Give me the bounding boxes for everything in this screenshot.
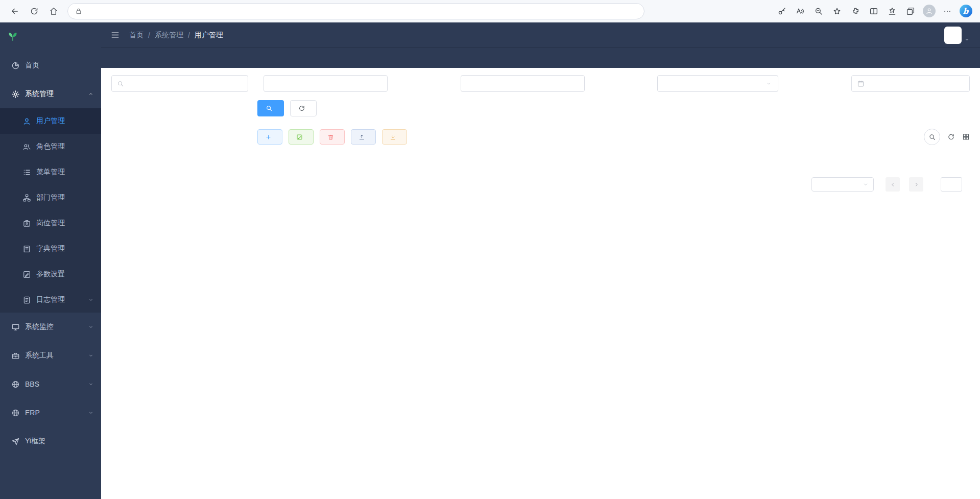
dashboard-icon [11,61,20,70]
download-icon [390,134,396,140]
topbar: 首页/系统管理/用户管理 [101,22,980,47]
page-size-select[interactable] [811,177,874,192]
sidebar-menu: 首页 系统管理 用户管理 角色管理 菜单管理 部门管理 岗位管理 字典管理 [0,51,101,499]
org-icon [22,194,31,202]
refresh-icon [298,105,305,112]
dept-search-input[interactable] [128,80,243,87]
sidebar-item-dept[interactable]: 部门管理 [0,185,101,210]
sidebar-item-bbs[interactable]: BBS [0,370,101,398]
back-button[interactable] [6,3,23,20]
username-input[interactable] [270,80,381,87]
import-button[interactable] [351,129,376,145]
browser-toolbar: b [774,3,974,19]
dept-panel [111,75,248,499]
users-icon [22,142,31,151]
calendar-icon [857,80,865,87]
chevron-down-icon [88,324,94,330]
sidebar-item-role[interactable]: 角色管理 [0,134,101,159]
sidebar-item-post[interactable]: 岗位管理 [0,210,101,236]
log-icon [22,296,31,304]
sidebar-item-system[interactable]: 系统管理 [0,80,101,108]
breadcrumb-item[interactable]: 首页 [129,31,144,40]
profile-avatar-icon[interactable] [921,3,937,19]
chevron-up-icon [88,91,94,97]
app-logo [0,22,101,51]
edit-square-icon [22,270,31,279]
search-icon [266,105,273,112]
globe-icon [11,380,20,389]
chevron-left-icon [890,181,896,188]
split-screen-icon[interactable] [866,3,882,19]
avatar-logo [944,27,962,44]
address-bar[interactable] [67,3,644,19]
read-aloud-icon[interactable] [792,3,808,19]
refresh-button[interactable] [26,3,43,20]
chevron-down-icon [88,381,94,387]
sidebar-item-menu[interactable]: 菜单管理 [0,159,101,185]
date-range-picker[interactable] [851,75,970,92]
book-icon [22,245,31,253]
favorites-bar-icon[interactable] [884,3,900,19]
chevron-down-icon [88,352,94,359]
search-button[interactable] [257,100,284,116]
add-button[interactable] [257,129,282,145]
badge-icon [22,219,31,228]
chevron-right-icon [913,181,920,188]
edit-button[interactable] [289,129,314,145]
sidebar-item-user[interactable]: 用户管理 [0,108,101,134]
search-actions [257,100,970,116]
zoom-out-icon[interactable] [810,3,827,19]
column-settings-button[interactable] [962,133,970,141]
sidebar-item-home[interactable]: 首页 [0,51,101,80]
avatar-menu-caret-icon [964,37,970,42]
collapse-sidebar-button[interactable] [110,30,120,40]
more-dots-icon[interactable] [939,3,955,19]
delete-button[interactable] [320,129,345,145]
sidebar-item-log[interactable]: 日志管理 [0,287,101,313]
sidebar-item-param[interactable]: 参数设置 [0,262,101,287]
plus-icon [265,134,272,140]
sidebar-item-monitor[interactable]: 系统监控 [0,313,101,341]
breadcrumb-item[interactable]: 系统管理 [155,31,183,40]
tools-icon [11,351,20,360]
reset-button[interactable] [290,100,317,116]
lock-icon [75,8,82,15]
refresh-table-button[interactable] [947,133,955,141]
copilot-icon[interactable]: b [958,3,974,19]
user-icon [22,117,31,126]
gear-icon [11,90,20,99]
search-icon [117,80,124,87]
status-select[interactable] [657,75,778,92]
export-button[interactable] [382,129,407,145]
sidebar-item-tool[interactable]: 系统工具 [0,341,101,370]
sidebar-item-dict[interactable]: 字典管理 [0,236,101,262]
toggle-search-button[interactable] [924,129,940,145]
dept-search [111,75,248,92]
sidebar-item-erp[interactable]: ERP [0,398,101,427]
content [101,68,980,499]
key-icon[interactable] [774,3,790,19]
breadcrumb-item[interactable]: 用户管理 [195,31,223,40]
prev-page-button[interactable] [886,177,900,192]
chevron-down-icon [88,410,94,416]
filter-form [257,75,970,92]
breadcrumb: 首页/系统管理/用户管理 [129,31,223,40]
favorite-star-icon[interactable] [829,3,845,19]
chevron-down-icon [88,297,94,303]
home-button[interactable] [45,3,62,20]
sidebar-item-yi[interactable]: Yi框架 [0,427,101,456]
menu-list-icon [22,168,31,177]
browser-nav-buttons [6,3,62,20]
trash-icon [327,134,334,140]
pagination [257,177,970,192]
upload-icon [358,134,365,140]
chevron-down-icon [862,181,869,188]
extensions-icon[interactable] [847,3,864,19]
user-avatar[interactable] [944,27,970,44]
phone-input[interactable] [467,80,579,87]
goto-page-input[interactable] [941,177,962,192]
table-toolbar [257,129,970,145]
collections-icon[interactable] [902,3,919,19]
plane-icon [11,437,20,446]
next-page-button[interactable] [909,177,923,192]
